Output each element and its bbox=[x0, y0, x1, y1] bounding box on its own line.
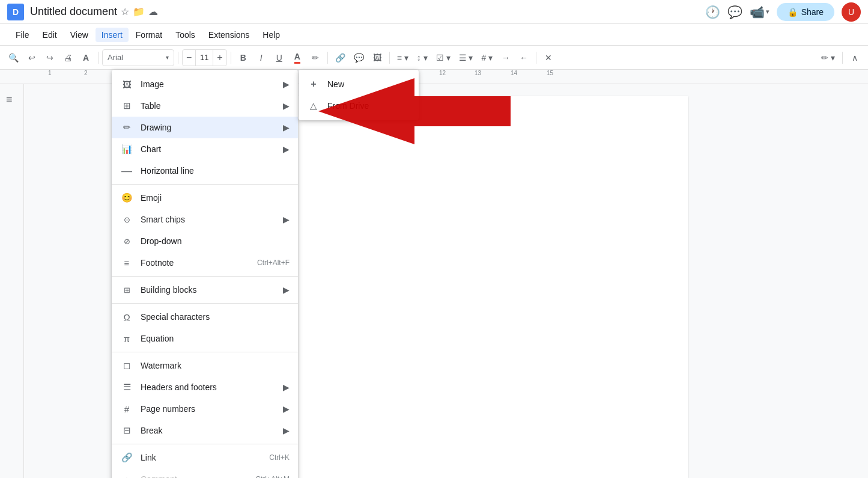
page-numbers-icon: # bbox=[120, 404, 133, 414]
left-ruler: ≡ bbox=[0, 84, 24, 478]
star-icon[interactable]: ☆ bbox=[121, 6, 129, 17]
table-icon: ⊞ bbox=[120, 100, 133, 111]
bullets-button[interactable]: ☰ ▾ bbox=[455, 49, 477, 66]
divider-1 bbox=[112, 184, 298, 185]
watermark-icon: ◻ bbox=[120, 360, 133, 371]
outdent-button[interactable]: ← bbox=[515, 49, 532, 66]
toolbar-separator-4 bbox=[327, 52, 328, 64]
insert-dropdown-item[interactable]: ⊘ Drop-down bbox=[112, 230, 298, 252]
history-button[interactable]: 🕐 bbox=[705, 5, 720, 19]
insert-building-blocks-item[interactable]: ⊞ Building blocks ▶ bbox=[112, 279, 298, 301]
arrow-right-icon: ▶ bbox=[283, 382, 290, 392]
font-size-increase[interactable]: + bbox=[213, 50, 226, 66]
font-selector[interactable]: Arial▾ bbox=[102, 49, 174, 66]
drawing-new-item[interactable]: + New bbox=[299, 73, 419, 95]
arrow-right-icon: ▶ bbox=[283, 285, 290, 295]
menu-bar: File Edit View Insert Format Tools Exten… bbox=[0, 24, 868, 46]
checklist-button[interactable]: ☑ ▾ bbox=[432, 49, 454, 66]
insert-emoji-item[interactable]: 😊 Emoji bbox=[112, 187, 298, 209]
insert-comment-button[interactable]: 💬 bbox=[350, 49, 368, 66]
drive-icon: △ bbox=[307, 100, 320, 111]
arrow-right-icon: ▶ bbox=[283, 79, 290, 89]
collapse-toolbar-button[interactable]: ∧ bbox=[846, 49, 863, 66]
divider-2 bbox=[112, 276, 298, 277]
bold-button[interactable]: B bbox=[235, 49, 252, 66]
insert-hline-item[interactable]: — Horizontal line bbox=[112, 160, 298, 182]
arrow-right-icon: ▶ bbox=[283, 101, 290, 111]
menu-help[interactable]: Help bbox=[256, 28, 286, 42]
emoji-icon: 😊 bbox=[120, 192, 133, 203]
drawing-submenu: + New △ From Drive bbox=[299, 70, 419, 120]
clear-format-button[interactable]: ✕ bbox=[540, 49, 557, 66]
title-area: Untitled document ☆ 📁 ☁ bbox=[30, 5, 158, 18]
insert-drawing-item[interactable]: ✏ Drawing ▶ bbox=[112, 117, 298, 138]
building-blocks-icon: ⊞ bbox=[120, 286, 133, 295]
numbering-button[interactable]: # ▾ bbox=[478, 49, 496, 66]
search-button[interactable]: 🔍 bbox=[5, 49, 22, 66]
toolbar-separator-1 bbox=[98, 52, 99, 64]
link-button[interactable]: 🔗 bbox=[332, 49, 349, 66]
edit-mode-button[interactable]: ✏ ▾ bbox=[818, 49, 839, 66]
underline-button[interactable]: U bbox=[271, 49, 288, 66]
toolbar-separator-6 bbox=[536, 52, 536, 64]
insert-dropdown: 🖼 Image ▶ ⊞ Table ▶ ✏ Drawing ▶ 📊 Chart … bbox=[112, 70, 298, 478]
print-button[interactable]: 🖨 bbox=[59, 49, 76, 66]
insert-chart-item[interactable]: 📊 Chart ▶ bbox=[112, 138, 298, 160]
document-title[interactable]: Untitled document bbox=[30, 5, 117, 18]
align-button[interactable]: ≡ ▾ bbox=[393, 49, 412, 66]
menu-view[interactable]: View bbox=[64, 28, 94, 42]
drawing-from-drive-item[interactable]: △ From Drive bbox=[299, 95, 419, 117]
chat-button[interactable]: 💬 bbox=[727, 5, 742, 19]
highlight-button[interactable]: ✏ bbox=[307, 49, 324, 66]
line-spacing-button[interactable]: ↕ ▾ bbox=[413, 49, 431, 66]
italic-button[interactable]: I bbox=[253, 49, 270, 66]
insert-smart-chips-item[interactable]: ⊙ Smart chips ▶ bbox=[112, 209, 298, 230]
toolbar-separator-3 bbox=[231, 52, 231, 64]
avatar[interactable]: U bbox=[842, 2, 861, 22]
folder-icon[interactable]: 📁 bbox=[133, 6, 145, 17]
menu-insert[interactable]: Insert bbox=[96, 28, 129, 42]
indent-button[interactable]: → bbox=[497, 49, 514, 66]
hline-icon: — bbox=[120, 165, 133, 177]
chart-icon: 📊 bbox=[120, 144, 133, 155]
menu-extensions[interactable]: Extensions bbox=[202, 28, 255, 42]
toolbar-separator-2 bbox=[178, 52, 178, 64]
insert-link-item[interactable]: 🔗 Link Ctrl+K bbox=[112, 447, 298, 468]
meet-button[interactable]: 📹 ▾ bbox=[750, 5, 769, 19]
insert-watermark-item[interactable]: ◻ Watermark bbox=[112, 355, 298, 376]
insert-break-item[interactable]: ⊟ Break ▶ bbox=[112, 420, 298, 441]
font-color-button[interactable]: A bbox=[289, 49, 306, 66]
scrollbar[interactable] bbox=[861, 84, 868, 478]
font-size-value[interactable]: 11 bbox=[195, 50, 213, 66]
title-bar: D Untitled document ☆ 📁 ☁ 🕐 💬 📹 ▾ 🔒 Shar… bbox=[0, 0, 868, 24]
menu-format[interactable]: Format bbox=[130, 28, 168, 42]
insert-comment-item: + Comment Ctrl+Alt+M bbox=[112, 468, 298, 478]
insert-table-item[interactable]: ⊞ Table ▶ bbox=[112, 95, 298, 117]
undo-button[interactable]: ↩ bbox=[23, 49, 40, 66]
comment-icon: + bbox=[120, 474, 133, 479]
menu-file[interactable]: File bbox=[10, 28, 35, 42]
divider-3 bbox=[112, 303, 298, 304]
menu-edit[interactable]: Edit bbox=[37, 28, 63, 42]
share-button[interactable]: 🔒 Share bbox=[777, 3, 834, 21]
font-size-control: − 11 + bbox=[182, 49, 227, 66]
insert-equation-item[interactable]: π Equation bbox=[112, 328, 298, 349]
insert-footnote-item[interactable]: ≡ Footnote Ctrl+Alt+F bbox=[112, 252, 298, 274]
insert-special-chars-item[interactable]: Ω Special characters bbox=[112, 306, 298, 328]
outline-icon[interactable]: ≡ bbox=[6, 94, 13, 106]
arrow-right-icon: ▶ bbox=[283, 123, 290, 132]
insert-image-button[interactable]: 🖼 bbox=[369, 49, 386, 66]
dropdown-icon: ⊘ bbox=[120, 237, 133, 246]
paint-format-button[interactable]: A bbox=[77, 49, 94, 66]
docs-logo: D bbox=[7, 4, 24, 20]
cloud-icon[interactable]: ☁ bbox=[148, 6, 158, 17]
insert-image-item[interactable]: 🖼 Image ▶ bbox=[112, 73, 298, 95]
insert-headers-footers-item[interactable]: ☰ Headers and footers ▶ bbox=[112, 376, 298, 398]
redo-button[interactable]: ↪ bbox=[41, 49, 58, 66]
font-size-decrease[interactable]: − bbox=[183, 50, 195, 66]
insert-page-numbers-item[interactable]: # Page numbers ▶ bbox=[112, 398, 298, 420]
drawing-icon: ✏ bbox=[120, 122, 133, 133]
menu-tools[interactable]: Tools bbox=[169, 28, 201, 42]
link-icon: 🔗 bbox=[120, 452, 133, 463]
headers-footers-icon: ☰ bbox=[120, 382, 133, 393]
